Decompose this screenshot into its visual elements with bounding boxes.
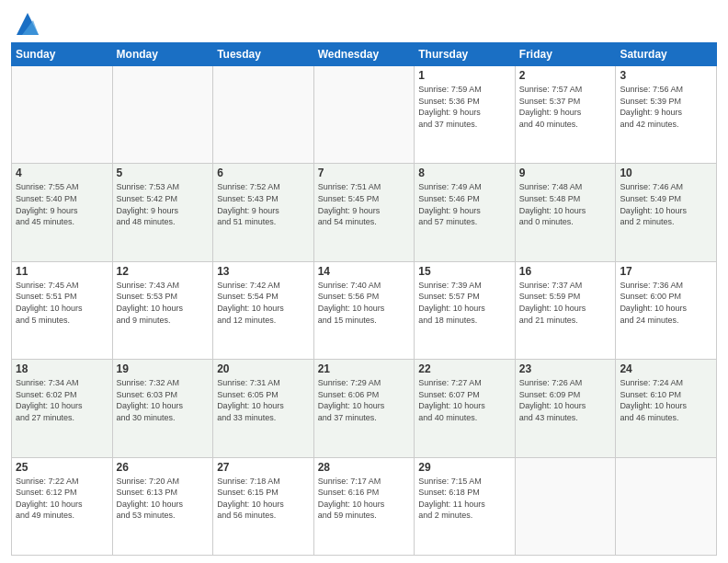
day-number: 9: [519, 167, 612, 179]
day-info: Sunrise: 7:40 AM Sunset: 5:56 PM Dayligh…: [318, 280, 411, 326]
calendar-week-row: 18Sunrise: 7:34 AM Sunset: 6:02 PM Dayli…: [12, 360, 717, 457]
day-info: Sunrise: 7:43 AM Sunset: 5:53 PM Dayligh…: [117, 280, 210, 326]
day-info: Sunrise: 7:56 AM Sunset: 5:39 PM Dayligh…: [620, 84, 712, 130]
calendar-cell: 3Sunrise: 7:56 AM Sunset: 5:39 PM Daylig…: [616, 66, 717, 164]
calendar-week-row: 4Sunrise: 7:55 AM Sunset: 5:40 PM Daylig…: [12, 164, 717, 261]
calendar-cell: 27Sunrise: 7:18 AM Sunset: 6:15 PM Dayli…: [213, 457, 314, 555]
calendar-week-row: 1Sunrise: 7:59 AM Sunset: 5:36 PM Daylig…: [12, 66, 717, 164]
calendar-cell: [515, 457, 616, 555]
calendar-cell: 24Sunrise: 7:24 AM Sunset: 6:10 PM Dayli…: [616, 360, 717, 457]
day-info: Sunrise: 7:34 AM Sunset: 6:02 PM Dayligh…: [16, 377, 108, 423]
calendar-cell: [12, 66, 113, 164]
calendar-cell: 12Sunrise: 7:43 AM Sunset: 5:53 PM Dayli…: [112, 261, 213, 359]
day-info: Sunrise: 7:32 AM Sunset: 6:03 PM Dayligh…: [117, 377, 210, 423]
day-number: 3: [620, 69, 712, 82]
day-info: Sunrise: 7:15 AM Sunset: 6:18 PM Dayligh…: [418, 476, 511, 522]
day-number: 5: [117, 167, 210, 179]
day-number: 4: [16, 167, 108, 179]
day-info: Sunrise: 7:53 AM Sunset: 5:42 PM Dayligh…: [117, 181, 210, 227]
day-number: 23: [519, 362, 612, 375]
calendar-cell: 6Sunrise: 7:52 AM Sunset: 5:43 PM Daylig…: [213, 164, 314, 261]
day-info: Sunrise: 7:55 AM Sunset: 5:40 PM Dayligh…: [16, 181, 108, 227]
day-info: Sunrise: 7:26 AM Sunset: 6:09 PM Dayligh…: [519, 377, 612, 423]
day-info: Sunrise: 7:59 AM Sunset: 5:36 PM Dayligh…: [418, 84, 511, 130]
calendar-cell: 26Sunrise: 7:20 AM Sunset: 6:13 PM Dayli…: [112, 457, 213, 555]
calendar-cell: 28Sunrise: 7:17 AM Sunset: 6:16 PM Dayli…: [313, 457, 415, 555]
day-info: Sunrise: 7:24 AM Sunset: 6:10 PM Dayligh…: [620, 377, 712, 423]
day-info: Sunrise: 7:49 AM Sunset: 5:46 PM Dayligh…: [418, 181, 511, 227]
day-info: Sunrise: 7:17 AM Sunset: 6:16 PM Dayligh…: [318, 476, 411, 522]
page: SundayMondayTuesdayWednesdayThursdayFrid…: [0, 0, 728, 563]
day-number: 6: [217, 167, 310, 179]
calendar-cell: 15Sunrise: 7:39 AM Sunset: 5:57 PM Dayli…: [415, 261, 516, 359]
day-info: Sunrise: 7:27 AM Sunset: 6:07 PM Dayligh…: [418, 377, 511, 423]
day-number: 26: [117, 461, 210, 474]
day-info: Sunrise: 7:31 AM Sunset: 6:05 PM Dayligh…: [217, 377, 310, 423]
calendar-header-tuesday: Tuesday: [213, 43, 314, 66]
day-number: 18: [16, 362, 108, 375]
calendar-cell: 4Sunrise: 7:55 AM Sunset: 5:40 PM Daylig…: [12, 164, 113, 261]
calendar-header-monday: Monday: [112, 43, 213, 66]
day-number: 14: [318, 265, 411, 278]
calendar-header-saturday: Saturday: [616, 43, 717, 66]
calendar-cell: 1Sunrise: 7:59 AM Sunset: 5:36 PM Daylig…: [415, 66, 516, 164]
day-number: 24: [620, 362, 712, 375]
day-number: 27: [217, 461, 310, 474]
day-info: Sunrise: 7:22 AM Sunset: 6:12 PM Dayligh…: [16, 476, 108, 522]
day-number: 7: [318, 167, 411, 179]
calendar-cell: 23Sunrise: 7:26 AM Sunset: 6:09 PM Dayli…: [515, 360, 616, 457]
day-number: 1: [418, 69, 511, 82]
logo-icon: [13, 9, 42, 39]
day-info: Sunrise: 7:48 AM Sunset: 5:48 PM Dayligh…: [519, 181, 612, 227]
day-info: Sunrise: 7:46 AM Sunset: 5:49 PM Dayligh…: [620, 181, 712, 227]
day-number: 17: [620, 265, 712, 278]
day-number: 10: [620, 167, 712, 179]
calendar-week-row: 25Sunrise: 7:22 AM Sunset: 6:12 PM Dayli…: [12, 457, 717, 555]
calendar-cell: 25Sunrise: 7:22 AM Sunset: 6:12 PM Dayli…: [12, 457, 113, 555]
day-number: 21: [318, 362, 411, 375]
day-info: Sunrise: 7:36 AM Sunset: 6:00 PM Dayligh…: [620, 280, 712, 326]
day-number: 11: [16, 265, 108, 278]
day-info: Sunrise: 7:20 AM Sunset: 6:13 PM Dayligh…: [117, 476, 210, 522]
calendar-header-wednesday: Wednesday: [313, 43, 415, 66]
calendar-cell: 7Sunrise: 7:51 AM Sunset: 5:45 PM Daylig…: [313, 164, 415, 261]
day-info: Sunrise: 7:51 AM Sunset: 5:45 PM Dayligh…: [318, 181, 411, 227]
calendar-cell: 2Sunrise: 7:57 AM Sunset: 5:37 PM Daylig…: [515, 66, 616, 164]
calendar-cell: [313, 66, 415, 164]
calendar-cell: 29Sunrise: 7:15 AM Sunset: 6:18 PM Dayli…: [415, 457, 516, 555]
day-info: Sunrise: 7:57 AM Sunset: 5:37 PM Dayligh…: [519, 84, 612, 130]
calendar-cell: 8Sunrise: 7:49 AM Sunset: 5:46 PM Daylig…: [415, 164, 516, 261]
calendar-cell: 16Sunrise: 7:37 AM Sunset: 5:59 PM Dayli…: [515, 261, 616, 359]
day-number: 2: [519, 69, 612, 82]
day-info: Sunrise: 7:29 AM Sunset: 6:06 PM Dayligh…: [318, 377, 411, 423]
day-number: 28: [318, 461, 411, 474]
calendar-cell: 13Sunrise: 7:42 AM Sunset: 5:54 PM Dayli…: [213, 261, 314, 359]
calendar-cell: 9Sunrise: 7:48 AM Sunset: 5:48 PM Daylig…: [515, 164, 616, 261]
day-info: Sunrise: 7:37 AM Sunset: 5:59 PM Dayligh…: [519, 280, 612, 326]
calendar-cell: 18Sunrise: 7:34 AM Sunset: 6:02 PM Dayli…: [12, 360, 113, 457]
day-info: Sunrise: 7:18 AM Sunset: 6:15 PM Dayligh…: [217, 476, 310, 522]
calendar-header-sunday: Sunday: [12, 43, 113, 66]
calendar-cell: [616, 457, 717, 555]
calendar-cell: 17Sunrise: 7:36 AM Sunset: 6:00 PM Dayli…: [616, 261, 717, 359]
calendar-cell: [213, 66, 314, 164]
day-number: 20: [217, 362, 310, 375]
day-number: 16: [519, 265, 612, 278]
calendar-cell: [112, 66, 213, 164]
calendar-cell: 5Sunrise: 7:53 AM Sunset: 5:42 PM Daylig…: [112, 164, 213, 261]
day-number: 25: [16, 461, 108, 474]
calendar-cell: 10Sunrise: 7:46 AM Sunset: 5:49 PM Dayli…: [616, 164, 717, 261]
day-info: Sunrise: 7:52 AM Sunset: 5:43 PM Dayligh…: [217, 181, 310, 227]
day-number: 29: [418, 461, 511, 474]
logo: [11, 13, 42, 39]
day-info: Sunrise: 7:39 AM Sunset: 5:57 PM Dayligh…: [418, 280, 511, 326]
calendar-cell: 21Sunrise: 7:29 AM Sunset: 6:06 PM Dayli…: [313, 360, 415, 457]
day-number: 22: [418, 362, 511, 375]
calendar-cell: 19Sunrise: 7:32 AM Sunset: 6:03 PM Dayli…: [112, 360, 213, 457]
calendar-header-friday: Friday: [515, 43, 616, 66]
calendar-cell: 14Sunrise: 7:40 AM Sunset: 5:56 PM Dayli…: [313, 261, 415, 359]
day-info: Sunrise: 7:42 AM Sunset: 5:54 PM Dayligh…: [217, 280, 310, 326]
calendar-cell: 11Sunrise: 7:45 AM Sunset: 5:51 PM Dayli…: [12, 261, 113, 359]
day-number: 19: [117, 362, 210, 375]
calendar-cell: 20Sunrise: 7:31 AM Sunset: 6:05 PM Dayli…: [213, 360, 314, 457]
